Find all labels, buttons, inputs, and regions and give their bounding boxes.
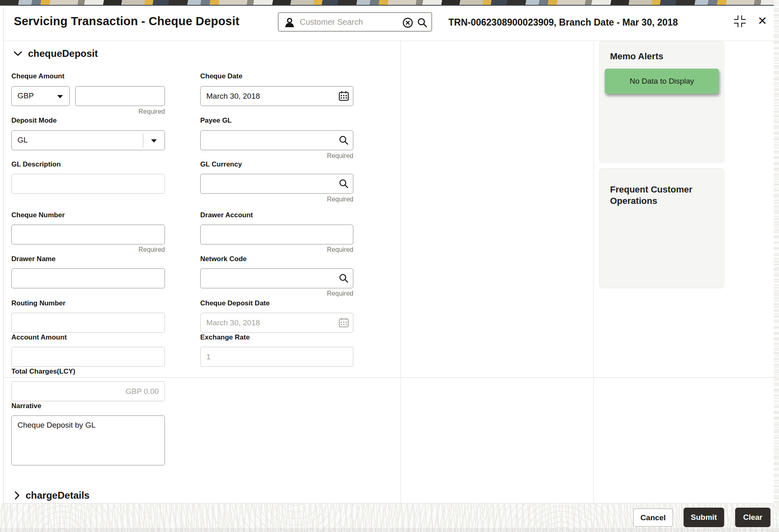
chevron-right-icon [14, 491, 20, 500]
cheque-amount-currency-select[interactable]: GBP [11, 86, 70, 106]
background-right-band [774, 0, 779, 532]
deposit-mode-combobox[interactable]: GL [11, 130, 165, 150]
submit-button[interactable]: Submit [684, 508, 724, 527]
drawer-account-input[interactable] [200, 225, 353, 244]
narrative-field: Cheque Deposit by GL [11, 415, 165, 465]
frequent-customer-operations-title: Frequent Customer Operations [610, 184, 708, 206]
cheque-number-label: Cheque Number [11, 211, 65, 219]
close-icon[interactable]: ✕ [754, 13, 770, 29]
panel-divider-2 [593, 41, 594, 504]
network-code-label: Network Code [200, 255, 247, 263]
total-charges-label: Total Charges(LCY) [11, 368, 75, 376]
deposit-mode-label: Deposit Mode [11, 117, 56, 125]
cheque-amount-input[interactable] [75, 86, 165, 106]
required-hint: Required [116, 246, 165, 253]
bottom-edge-strip [0, 528, 779, 532]
total-charges-input [11, 381, 165, 401]
search-icon[interactable] [417, 17, 428, 28]
combo-separator [143, 134, 143, 148]
account-amount-label: Account Amount [11, 333, 67, 342]
required-hint: Required [305, 246, 353, 253]
drawer-account-label: Drawer Account [200, 211, 253, 219]
panel-divider-horizontal [4, 377, 774, 378]
page-title: Servicing Transaction - Cheque Deposit [14, 15, 240, 28]
network-code-field [200, 268, 353, 288]
search-icon[interactable] [338, 135, 349, 146]
search-icon[interactable] [338, 178, 349, 189]
calendar-icon[interactable] [338, 91, 349, 102]
caret-down-icon [57, 95, 63, 98]
exchange-rate-input [200, 347, 353, 367]
required-hint: Required [116, 108, 165, 115]
customer-search-input[interactable] [300, 13, 393, 31]
gl-description-input[interactable] [11, 174, 165, 194]
required-hint: Required [305, 152, 353, 160]
page: Servicing Transaction - Cheque Deposit [0, 0, 779, 532]
cheque-date-input[interactable] [200, 86, 353, 106]
section-cheque-deposit-toggle[interactable]: chequeDeposit [13, 48, 98, 59]
payee-gl-field [200, 130, 353, 150]
routing-number-label: Routing Number [11, 299, 65, 307]
account-amount-input[interactable] [11, 347, 165, 367]
gl-currency-input[interactable] [200, 174, 353, 194]
drawer-name-label: Drawer Name [11, 255, 56, 263]
cheque-deposit-date-label: Cheque Deposit Date [200, 299, 270, 307]
decorative-banner [0, 0, 779, 6]
window-restore-icon[interactable] [734, 15, 746, 28]
clear-search-icon[interactable] [402, 17, 413, 28]
cheque-amount-label: Cheque Amount [11, 72, 65, 80]
cancel-button[interactable]: Cancel [633, 508, 673, 527]
calendar-icon [338, 317, 349, 328]
required-hint: Required [305, 196, 353, 203]
dialog-header: Servicing Transaction - Cheque Deposit [4, 6, 774, 41]
section-charge-details-toggle[interactable]: chargeDetails [14, 490, 89, 501]
memo-alerts-title: Memo Alerts [610, 51, 663, 62]
caret-down-icon [151, 139, 157, 143]
section-title: chequeDeposit [28, 48, 98, 59]
currency-value: GBP [17, 91, 34, 100]
routing-number-input[interactable] [11, 313, 165, 333]
payee-gl-label: Payee GL [200, 117, 232, 125]
exchange-rate-label: Exchange Rate [200, 333, 250, 342]
cheque-date-label: Cheque Date [200, 72, 242, 80]
cheque-number-input[interactable] [11, 225, 165, 244]
memo-alerts-card: Memo Alerts No Data to Display [599, 41, 724, 163]
required-hint: Required [305, 290, 353, 297]
customer-icon [283, 17, 296, 29]
cheque-deposit-date-field [200, 313, 353, 333]
cheque-deposit-date-input [200, 313, 353, 333]
gl-currency-field [200, 174, 353, 194]
cheque-deposit-dialog: Servicing Transaction - Cheque Deposit [3, 6, 774, 504]
search-icon[interactable] [338, 273, 349, 284]
cheque-date-field [200, 86, 353, 106]
deposit-mode-value: GL [17, 136, 28, 145]
customer-search-box[interactable] [278, 12, 432, 32]
panel-divider-1 [400, 41, 401, 504]
gl-currency-label: GL Currency [200, 160, 242, 169]
chevron-down-icon [13, 51, 22, 56]
narrative-label: Narrative [11, 402, 41, 410]
narrative-textarea[interactable]: Cheque Deposit by GL [11, 415, 165, 465]
section-title: chargeDetails [26, 490, 89, 501]
drawer-name-input[interactable] [11, 268, 165, 288]
memo-alerts-empty-banner: No Data to Display [605, 69, 719, 94]
payee-gl-input[interactable] [200, 130, 353, 150]
network-code-input[interactable] [200, 268, 353, 288]
gl-description-label: GL Description [11, 160, 61, 169]
transaction-reference: TRN-0062308900023909, Branch Date - Mar … [448, 17, 733, 28]
frequent-customer-operations-card: Frequent Customer Operations [599, 168, 724, 288]
clear-button[interactable]: Clear [735, 508, 770, 527]
